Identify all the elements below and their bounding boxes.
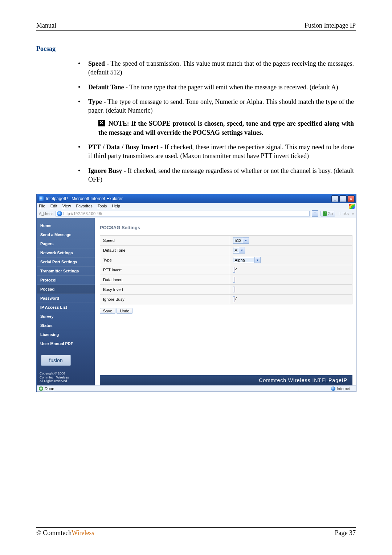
- maximize-button[interactable]: □: [339, 195, 347, 202]
- links-chevron[interactable]: »: [352, 211, 354, 216]
- main-content: POCSAG Settings Speed 512 ▼ Default Tone: [95, 218, 356, 385]
- footer-brand: © CommtechWireless: [36, 529, 94, 537]
- close-button[interactable]: ×: [347, 195, 355, 202]
- ie-window: IntelpageIP - Microsoft Internet Explore…: [36, 194, 356, 392]
- sidebar: Home Send a Message Pagers Network Setti…: [37, 218, 95, 385]
- footer-page-number: Page 37: [335, 529, 356, 537]
- sidebar-item-network-settings[interactable]: Network Settings: [37, 248, 95, 258]
- internet-zone-icon: [331, 386, 335, 391]
- label-speed: Speed: [100, 236, 230, 246]
- links-label[interactable]: Links: [339, 211, 349, 216]
- row-default-tone: Default Tone A ▼: [100, 246, 352, 255]
- save-button[interactable]: Save: [100, 308, 115, 314]
- done-icon: [39, 386, 43, 391]
- menu-tools[interactable]: Tools: [98, 204, 107, 208]
- windows-flag-icon: [349, 204, 355, 209]
- page-icon: [57, 211, 62, 216]
- busy-invert-checkbox[interactable]: [233, 287, 235, 292]
- page-header: Manual Fusion Intelpage IP: [36, 22, 356, 31]
- label-ignore-busy: Ignore Busy: [100, 295, 230, 304]
- status-done: Done: [45, 386, 54, 391]
- undo-button[interactable]: Undo: [117, 308, 132, 314]
- address-dropdown-button[interactable]: ˅: [312, 210, 318, 217]
- go-button[interactable]: Go: [320, 211, 335, 216]
- sidebar-item-survey[interactable]: Survey: [37, 312, 95, 321]
- default-tone-select[interactable]: A ▼: [233, 247, 245, 254]
- term-ptt: PTT / Data / Busy Invert: [88, 143, 159, 151]
- settings-table: Speed 512 ▼ Default Tone A: [100, 235, 352, 304]
- term-speed: Speed: [88, 60, 105, 67]
- menu-view[interactable]: View: [62, 204, 71, 208]
- address-input[interactable]: http://192.168.100.48/: [56, 211, 309, 216]
- label-busy-invert: Busy Invert: [100, 285, 230, 295]
- menu-file[interactable]: File: [39, 204, 45, 208]
- data-invert-checkbox[interactable]: [233, 277, 235, 283]
- text-type: - The type of message to send. Tone only…: [88, 98, 354, 114]
- sidebar-item-serial-port-settings[interactable]: Serial Port Settings: [37, 258, 95, 267]
- chevron-down-icon: ▼: [239, 247, 245, 253]
- ie-address-bar: Address http://192.168.100.48/ ˅ Go Link…: [37, 209, 356, 218]
- minimize-button[interactable]: _: [331, 195, 339, 202]
- page-footer: © CommtechWireless Page 37: [36, 527, 356, 537]
- row-type: Type Alpha ▼: [100, 255, 352, 265]
- fusion-badge: fusion: [41, 355, 71, 366]
- sidebar-item-user-manual-pdf[interactable]: User Manual PDF: [37, 339, 95, 348]
- sidebar-item-licensing[interactable]: Licensing: [37, 330, 95, 339]
- address-label: Address: [39, 211, 53, 216]
- go-label: Go: [328, 211, 333, 216]
- sidebar-item-pagers[interactable]: Pagers: [37, 239, 95, 248]
- text-speed: - The speed of transmission. This value …: [88, 60, 354, 76]
- chevron-down-icon: ▼: [243, 238, 249, 243]
- row-ptt-invert: PTT Invert: [100, 265, 352, 275]
- ie-menu-bar: File Edit View Favorites Tools Help: [37, 203, 356, 209]
- sidebar-item-ip-access-list[interactable]: IP Access List: [37, 303, 95, 312]
- bullet-list: Speed - The speed of transmission. This …: [78, 59, 354, 184]
- sidebar-item-password[interactable]: Password: [37, 294, 95, 303]
- row-speed: Speed 512 ▼: [100, 236, 352, 246]
- label-type: Type: [100, 255, 230, 265]
- menu-help[interactable]: Help: [112, 204, 120, 208]
- menu-edit[interactable]: Edit: [50, 204, 57, 208]
- ie-title-bar: IntelpageIP - Microsoft Internet Explore…: [37, 194, 356, 203]
- section-title: Pocsag: [36, 45, 356, 53]
- text-ignore-busy: - If checked, send the message regardles…: [88, 167, 354, 183]
- type-value: Alpha: [233, 258, 254, 262]
- header-left: Manual: [36, 22, 56, 29]
- footer-copyright-symbol: ©: [36, 529, 41, 536]
- ie-title-text: IntelpageIP - Microsoft Internet Explore…: [46, 196, 123, 201]
- label-ptt-invert: PTT Invert: [100, 265, 230, 275]
- speed-select[interactable]: 512 ▼: [233, 237, 249, 244]
- row-ignore-busy: Ignore Busy: [100, 295, 352, 304]
- sidebar-item-transmitter-settings[interactable]: Transmitter Settings: [37, 267, 95, 276]
- brand-strip: Commtech Wireless INTELPageIP: [100, 375, 352, 385]
- row-busy-invert: Busy Invert: [100, 285, 352, 295]
- ie-logo-icon: [39, 196, 44, 201]
- sidebar-item-protocol[interactable]: Protocol: [37, 276, 95, 285]
- label-default-tone: Default Tone: [100, 246, 230, 255]
- button-row: Save Undo: [100, 308, 352, 314]
- footer-brand2: Wireless: [72, 529, 94, 536]
- address-value: http://192.168.100.48/: [63, 211, 102, 216]
- go-arrow-icon: [323, 211, 327, 216]
- sidebar-item-status[interactable]: Status: [37, 321, 95, 330]
- chevron-down-icon: ▼: [254, 257, 260, 263]
- bullet-ptt: PTT / Data / Busy Invert - If checked, t…: [78, 143, 354, 161]
- text-default-tone: - The tone type that the pager will emit…: [124, 84, 338, 91]
- sidebar-item-send-message[interactable]: Send a Message: [37, 230, 95, 239]
- note-block: NOTE: If the SCOPE protocol is chosen, s…: [98, 119, 354, 137]
- menu-favorites[interactable]: Favorites: [76, 204, 92, 208]
- default-tone-value: A: [233, 248, 239, 252]
- bullet-speed: Speed - The speed of transmission. This …: [78, 59, 354, 77]
- sidebar-item-pocsag[interactable]: Pocsag: [37, 285, 95, 294]
- window-buttons: _ □ ×: [331, 195, 355, 202]
- sidebar-item-home[interactable]: Home: [37, 221, 95, 230]
- bullet-ignore-busy: Ignore Busy - If checked, send the messa…: [78, 166, 354, 184]
- ptt-invert-checkbox[interactable]: [233, 267, 235, 273]
- type-select[interactable]: Alpha ▼: [233, 257, 261, 263]
- note-icon: [98, 120, 105, 126]
- status-zone: Internet: [337, 386, 350, 391]
- bullet-default-tone: Default Tone - The tone type that the pa…: [78, 83, 354, 92]
- ignore-busy-checkbox[interactable]: [233, 296, 235, 302]
- row-data-invert: Data Invert: [100, 275, 352, 285]
- header-right: Fusion Intelpage IP: [305, 22, 356, 29]
